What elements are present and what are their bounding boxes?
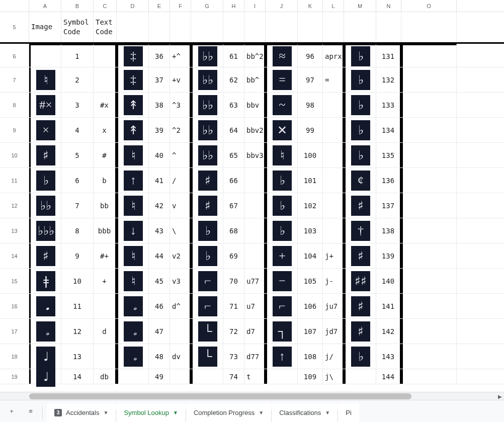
row-head[interactable]: 13 bbox=[0, 218, 29, 243]
row-head[interactable]: 16 bbox=[0, 294, 29, 318]
cell[interactable] bbox=[323, 143, 344, 167]
cell[interactable]: × bbox=[29, 118, 61, 142]
cell[interactable]: +v bbox=[170, 67, 191, 92]
cell[interactable]: 132 bbox=[376, 67, 401, 92]
cell[interactable] bbox=[244, 168, 266, 193]
cell[interactable] bbox=[401, 344, 457, 369]
cell[interactable]: ♯ bbox=[191, 193, 223, 218]
cell[interactable]: 104 bbox=[298, 243, 323, 268]
cell[interactable]: 5 bbox=[61, 143, 94, 167]
cell[interactable]: 105 bbox=[298, 269, 323, 293]
cell[interactable]: ♮ bbox=[117, 143, 149, 167]
cell[interactable]: 64 bbox=[223, 118, 244, 142]
cell[interactable]: ¢ bbox=[344, 168, 376, 193]
cell[interactable] bbox=[94, 67, 117, 92]
cell[interactable] bbox=[323, 193, 344, 218]
cell[interactable]: 68 bbox=[223, 218, 244, 243]
cell[interactable]: 𝅗 bbox=[117, 294, 149, 318]
cell[interactable]: j- bbox=[323, 269, 344, 293]
cell[interactable]: 12 bbox=[61, 319, 94, 344]
col-head-C[interactable]: C bbox=[94, 0, 117, 12]
cell[interactable]: ♭ bbox=[266, 168, 298, 193]
row-head[interactable]: 18 bbox=[0, 344, 29, 369]
cell[interactable]: ‡ bbox=[117, 67, 149, 92]
cell[interactable]: 67 bbox=[223, 193, 244, 218]
cell[interactable]: 6 bbox=[61, 168, 94, 193]
cell[interactable]: 101 bbox=[298, 168, 323, 193]
cell[interactable]: ♭ bbox=[29, 168, 61, 193]
row-head[interactable]: 7 bbox=[0, 67, 29, 92]
cell[interactable]: ♯ bbox=[29, 243, 61, 268]
cell[interactable]: † bbox=[344, 218, 376, 243]
cell[interactable]: 7 bbox=[61, 193, 94, 218]
cell[interactable] bbox=[401, 243, 457, 268]
cell[interactable]: 71 bbox=[223, 294, 244, 318]
cell[interactable]: 8 bbox=[61, 218, 94, 243]
cell[interactable]: #x bbox=[94, 93, 117, 117]
cell[interactable]: ♭ bbox=[191, 243, 223, 268]
cell[interactable]: ♯ bbox=[191, 168, 223, 193]
cell[interactable]: 42 bbox=[149, 193, 170, 218]
cell[interactable]: 103 bbox=[298, 218, 323, 243]
cell[interactable]: 36 bbox=[149, 44, 170, 67]
cell-I5[interactable] bbox=[244, 12, 266, 42]
cell[interactable] bbox=[401, 118, 457, 142]
cell[interactable] bbox=[94, 344, 117, 369]
col-head-L[interactable]: L bbox=[323, 0, 344, 12]
cell[interactable]: ♭ bbox=[344, 67, 376, 92]
cell-C5[interactable]: Text Code bbox=[94, 12, 117, 42]
col-head-M[interactable]: M bbox=[344, 0, 376, 12]
cell-F5[interactable] bbox=[170, 12, 191, 42]
cell[interactable]: ⌐ bbox=[191, 294, 223, 318]
cell[interactable]: 48 bbox=[149, 344, 170, 369]
cell-E5[interactable] bbox=[149, 12, 170, 42]
cell[interactable]: ♯♯ bbox=[344, 269, 376, 293]
cell-B5[interactable]: Symbol Code bbox=[61, 12, 94, 42]
cell-O5[interactable] bbox=[401, 12, 457, 42]
cell[interactable]: d^ bbox=[170, 294, 191, 318]
cell[interactable]: 44 bbox=[149, 243, 170, 268]
cell[interactable]: ✕ bbox=[266, 118, 298, 142]
cell[interactable]: 74 bbox=[223, 369, 244, 384]
col-head-F[interactable]: F bbox=[170, 0, 191, 12]
col-head-B[interactable]: B bbox=[61, 0, 94, 12]
cell[interactable]: ♭ bbox=[191, 218, 223, 243]
all-sheets-button[interactable]: ≡ bbox=[23, 404, 38, 419]
scroll-right-arrow-icon[interactable]: ▶ bbox=[496, 392, 504, 400]
cell[interactable]: 69 bbox=[223, 243, 244, 268]
row-head[interactable]: 8 bbox=[0, 93, 29, 117]
cell[interactable]: 63 bbox=[223, 93, 244, 117]
cell[interactable]: j\ bbox=[323, 369, 344, 384]
cell[interactable]: u7 bbox=[244, 294, 266, 318]
cell[interactable]: 108 bbox=[298, 344, 323, 369]
cell[interactable]: 61 bbox=[223, 44, 244, 67]
cell[interactable]: 11 bbox=[61, 294, 94, 318]
cell[interactable]: 138 bbox=[376, 218, 401, 243]
cell[interactable] bbox=[401, 67, 457, 92]
cell[interactable] bbox=[170, 369, 191, 384]
cell[interactable]: ♭ bbox=[344, 118, 376, 142]
cell[interactable]: 143 bbox=[376, 344, 401, 369]
col-head-O[interactable]: O bbox=[401, 0, 457, 12]
cell[interactable]: 107 bbox=[298, 319, 323, 344]
add-sheet-button[interactable]: + bbox=[4, 404, 19, 419]
cell[interactable]: ♯ bbox=[344, 243, 376, 268]
cell[interactable]: 𝅗 bbox=[117, 344, 149, 369]
col-head-K[interactable]: K bbox=[298, 0, 323, 12]
cell[interactable]: 140 bbox=[376, 269, 401, 293]
cell[interactable]: 72 bbox=[223, 319, 244, 344]
cell[interactable]: 135 bbox=[376, 143, 401, 167]
cell[interactable] bbox=[170, 319, 191, 344]
cell[interactable]: ♮ bbox=[117, 193, 149, 218]
sheet-tab[interactable]: Classifications▼ bbox=[272, 403, 338, 423]
cell[interactable] bbox=[401, 93, 457, 117]
cell[interactable]: ♭ bbox=[344, 344, 376, 369]
cell[interactable]: 66 bbox=[223, 168, 244, 193]
cell[interactable]: 106 bbox=[298, 294, 323, 318]
cell[interactable]: ♭♭♭ bbox=[29, 218, 61, 243]
cell[interactable]: u77 bbox=[244, 269, 266, 293]
cell[interactable]: bb^2 bbox=[244, 44, 266, 67]
horizontal-scrollbar[interactable]: ▶ bbox=[0, 392, 504, 400]
cell[interactable]: = bbox=[323, 67, 344, 92]
cell-G5[interactable] bbox=[191, 12, 223, 42]
